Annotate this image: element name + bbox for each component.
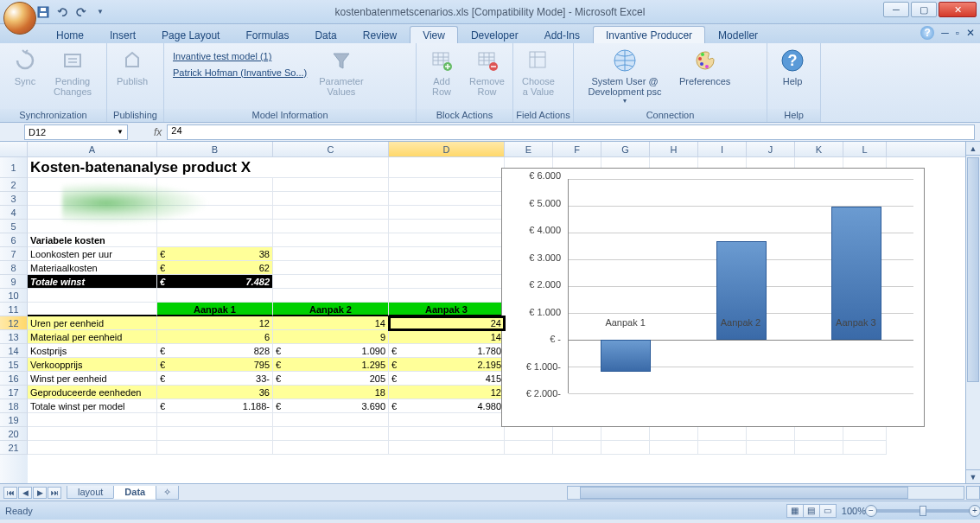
row-header-6[interactable]: 6 bbox=[0, 233, 28, 247]
close-workbook-icon[interactable]: ✕ bbox=[966, 27, 975, 39]
tab-review[interactable]: Review bbox=[350, 26, 410, 43]
row-header-4[interactable]: 4 bbox=[0, 206, 28, 220]
cell-d12[interactable]: 24 bbox=[389, 316, 505, 330]
model-name-link[interactable]: Invantive test model (1) bbox=[173, 51, 271, 61]
tab-home[interactable]: Home bbox=[43, 26, 97, 43]
restore-window-icon[interactable]: ▫ bbox=[956, 27, 959, 39]
row-header-11[interactable]: 11 bbox=[0, 303, 28, 316]
cell-b12[interactable]: 12 bbox=[157, 316, 273, 330]
help-icon[interactable]: ? bbox=[920, 26, 934, 40]
tab-add-ins[interactable]: Add-Ins bbox=[531, 26, 593, 43]
row-header-13[interactable]: 13 bbox=[0, 330, 28, 344]
cell-b14[interactable]: €828 bbox=[157, 344, 273, 358]
sheet-tab-data[interactable]: Data bbox=[113, 486, 156, 499]
row-header-10[interactable]: 10 bbox=[0, 289, 28, 303]
cell-d11[interactable]: Aanpak 3 bbox=[389, 303, 505, 316]
row-header-8[interactable]: 8 bbox=[0, 261, 28, 275]
undo-icon[interactable] bbox=[55, 5, 69, 19]
cell-c18[interactable]: €3.690 bbox=[273, 399, 389, 413]
name-box[interactable]: D12 ▼ bbox=[24, 124, 128, 140]
normal-view-icon[interactable]: ▦ bbox=[786, 504, 804, 518]
cell-c11[interactable]: Aanpak 2 bbox=[273, 303, 389, 316]
zoom-slider[interactable]: − + bbox=[871, 509, 975, 513]
preferences-button[interactable]: Preferences bbox=[674, 45, 735, 88]
select-all-button[interactable] bbox=[0, 142, 28, 156]
col-header-a[interactable]: A bbox=[28, 142, 157, 156]
col-header-h[interactable]: H bbox=[650, 142, 698, 156]
sync-button[interactable]: Sync bbox=[3, 45, 47, 88]
vscroll-thumb[interactable] bbox=[967, 157, 979, 382]
row-header-18[interactable]: 18 bbox=[0, 399, 28, 413]
row-header-21[interactable]: 21 bbox=[0, 441, 28, 455]
cell-b16[interactable]: €33- bbox=[157, 372, 273, 386]
row-header-2[interactable]: 2 bbox=[0, 178, 28, 192]
row-header-1[interactable]: 1 bbox=[0, 157, 28, 178]
namebox-dropdown-icon[interactable]: ▼ bbox=[117, 128, 124, 136]
cell-a16[interactable]: Winst per eenheid bbox=[28, 372, 157, 386]
horizontal-scrollbar[interactable] bbox=[567, 486, 964, 500]
zoom-in-icon[interactable]: + bbox=[969, 505, 980, 517]
cell-a8[interactable]: Materiaalkosten bbox=[28, 261, 157, 275]
sheet-nav-next-icon[interactable]: ▶ bbox=[33, 487, 47, 499]
cell-b17[interactable]: 36 bbox=[157, 386, 273, 399]
row-header-15[interactable]: 15 bbox=[0, 358, 28, 372]
office-button[interactable] bbox=[3, 2, 36, 35]
add-row-button[interactable]: Add Row bbox=[420, 45, 463, 99]
col-header-i[interactable]: I bbox=[698, 142, 747, 156]
cell-a6[interactable]: Variabele kosten bbox=[28, 233, 157, 247]
cell-c15[interactable]: €1.295 bbox=[273, 358, 389, 372]
col-header-c[interactable]: C bbox=[273, 142, 389, 156]
user-name-link[interactable]: Patrick Hofman (Invantive So...) bbox=[173, 67, 307, 78]
row-header-3[interactable]: 3 bbox=[0, 192, 28, 206]
cell-a18[interactable]: Totale winst per model bbox=[28, 399, 157, 413]
row-header-20[interactable]: 20 bbox=[0, 427, 28, 441]
col-header-j[interactable]: J bbox=[747, 142, 795, 156]
tab-page-layout[interactable]: Page Layout bbox=[149, 26, 232, 43]
sheet-tab-new-icon[interactable]: ✧ bbox=[156, 486, 179, 500]
tab-formulas[interactable]: Formulas bbox=[232, 26, 302, 43]
choose-value-button[interactable]: Choose a Value bbox=[517, 45, 560, 99]
row-header-12[interactable]: 12 bbox=[0, 316, 28, 330]
col-header-f[interactable]: F bbox=[553, 142, 601, 156]
tab-developer[interactable]: Developer bbox=[458, 26, 531, 43]
cell-c14[interactable]: €1.090 bbox=[273, 344, 389, 358]
cell-b7[interactable]: €38 bbox=[157, 247, 273, 261]
tab-insert[interactable]: Insert bbox=[97, 26, 149, 43]
save-icon[interactable] bbox=[36, 5, 50, 19]
cell-a12[interactable]: Uren per eenheid bbox=[28, 316, 157, 330]
maximize-button[interactable]: ▢ bbox=[911, 2, 937, 17]
minimize-button[interactable]: ─ bbox=[883, 2, 909, 17]
cell-b11[interactable]: Aanpak 1 bbox=[157, 303, 273, 316]
page-layout-view-icon[interactable]: ▤ bbox=[803, 504, 820, 518]
sheet-nav-prev-icon[interactable]: ◀ bbox=[18, 487, 32, 499]
embedded-chart[interactable]: € 2.000-€ 1.000-€ -€ 1.000€ 2.000€ 3.000… bbox=[501, 168, 925, 427]
zoom-out-icon[interactable]: − bbox=[865, 505, 877, 517]
cell-d14[interactable]: €1.780 bbox=[389, 344, 505, 358]
minimize-ribbon-icon[interactable]: ─ bbox=[941, 27, 949, 39]
page-break-view-icon[interactable]: ▭ bbox=[819, 504, 837, 518]
row-header-9[interactable]: 9 bbox=[0, 275, 28, 289]
cell-d17[interactable]: 12 bbox=[389, 386, 505, 399]
cell-a1[interactable]: Kosten-batenanalyse product X bbox=[28, 157, 389, 178]
cell-a13[interactable]: Materiaal per eenheid bbox=[28, 330, 157, 344]
publish-button[interactable]: Publish bbox=[111, 45, 154, 88]
col-header-e[interactable]: E bbox=[505, 142, 553, 156]
cell-c13[interactable]: 9 bbox=[273, 330, 389, 344]
row-header-14[interactable]: 14 bbox=[0, 344, 28, 358]
cell-b9[interactable]: €7.482 bbox=[157, 275, 273, 289]
cell-b8[interactable]: €62 bbox=[157, 261, 273, 275]
scroll-up-icon[interactable]: ▲ bbox=[966, 142, 980, 156]
sheet-tab-layout[interactable]: layout bbox=[67, 486, 114, 499]
row-header-17[interactable]: 17 bbox=[0, 386, 28, 399]
cell-a15[interactable]: Verkoopprijs bbox=[28, 358, 157, 372]
formula-bar[interactable]: 24 bbox=[167, 124, 975, 140]
sheet-nav-last-icon[interactable]: ⏭ bbox=[48, 487, 61, 499]
scroll-down-icon[interactable]: ▼ bbox=[966, 469, 980, 483]
fx-icon[interactable]: fx bbox=[154, 126, 162, 138]
cell-d16[interactable]: €415 bbox=[389, 372, 505, 386]
hscroll-thumb[interactable] bbox=[580, 487, 908, 499]
cell-d18[interactable]: €4.980 bbox=[389, 399, 505, 413]
cell-c17[interactable]: 18 bbox=[273, 386, 389, 399]
zoom-level[interactable]: 100% bbox=[842, 506, 866, 516]
remove-row-button[interactable]: Remove Row bbox=[465, 45, 509, 99]
